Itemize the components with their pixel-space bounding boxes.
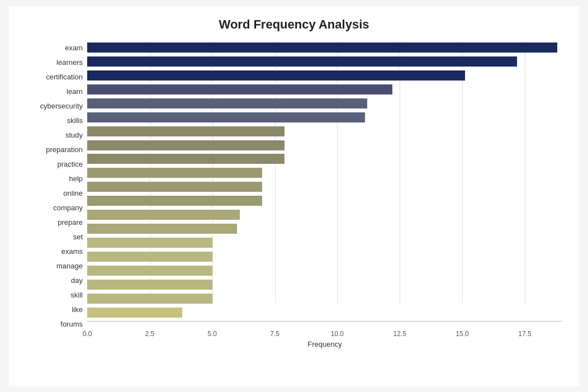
bar-row [87, 222, 562, 235]
bar [87, 182, 262, 192]
bar [87, 252, 212, 262]
y-label: practice [57, 158, 83, 171]
x-axis: 0.02.55.07.510.012.515.017.5 [87, 321, 562, 338]
chart-title: Word Frequency Analysis [26, 17, 562, 32]
x-tick: 17.5 [518, 330, 531, 338]
y-label: manage [56, 259, 83, 273]
bar-row [87, 306, 562, 319]
x-axis-label: Frequency [87, 340, 562, 348]
bar [87, 84, 392, 95]
bar-row [87, 69, 562, 82]
bar-row [87, 236, 562, 249]
bar [87, 168, 262, 178]
y-label: help [69, 172, 83, 186]
y-label: day [71, 274, 83, 287]
bar [87, 196, 262, 206]
bar [87, 294, 212, 304]
y-label: prepare [58, 216, 83, 229]
bar [87, 112, 365, 122]
bar [87, 266, 212, 276]
bar-row [87, 111, 562, 124]
y-label: set [73, 230, 83, 244]
bar-row [87, 55, 562, 68]
bar-row [87, 125, 562, 138]
y-label: online [63, 187, 83, 200]
y-label: learners [56, 56, 83, 69]
bar-row [87, 180, 562, 193]
bar-row [87, 83, 562, 96]
y-label: skill [70, 289, 83, 302]
y-label: forums [60, 318, 83, 331]
bar-row [87, 194, 562, 207]
bar [87, 280, 212, 290]
y-label: company [53, 201, 83, 215]
y-label: study [65, 129, 83, 142]
bar [87, 42, 557, 53]
bar [87, 126, 284, 136]
x-tick: 5.0 [207, 330, 217, 338]
bar-row [87, 264, 562, 277]
x-tick: 12.5 [393, 330, 406, 338]
bar-row [87, 278, 562, 291]
chart-area: examlearnerscertificationlearncybersecur… [26, 41, 562, 348]
bar [87, 56, 517, 67]
bar [87, 98, 367, 108]
bar-row [87, 97, 562, 110]
x-tick: 7.5 [270, 330, 279, 338]
bar-row [87, 41, 562, 54]
x-tick: 15.0 [456, 330, 468, 338]
chart-container: Word Frequency Analysis examlearnerscert… [9, 6, 579, 386]
bar [87, 154, 284, 164]
bar-row [87, 208, 562, 221]
bar [87, 210, 240, 220]
plot-area: 0.02.55.07.510.012.515.017.5 Frequency [87, 41, 562, 348]
bar [87, 70, 465, 81]
y-axis: examlearnerscertificationlearncybersecur… [26, 41, 87, 348]
y-label: exams [61, 245, 83, 258]
x-tick: 10.0 [331, 330, 344, 338]
y-label: like [72, 303, 83, 317]
x-axis-line [87, 321, 562, 322]
bar [87, 238, 212, 248]
bar-row [87, 152, 562, 166]
bar-row [87, 166, 562, 180]
y-label: exam [65, 41, 83, 55]
x-tick: 2.5 [145, 330, 154, 338]
bar [87, 308, 182, 318]
bar [87, 140, 284, 150]
y-label: certification [46, 70, 83, 84]
bar [87, 224, 237, 234]
bar-row [87, 250, 562, 263]
bars-area [87, 41, 562, 320]
bar-row [87, 292, 562, 305]
x-tick: 0.0 [83, 330, 92, 338]
y-label: learn [67, 85, 83, 98]
y-label: cybersecurity [40, 100, 83, 113]
bar-row [87, 139, 562, 152]
y-label: skills [67, 114, 83, 127]
y-label: preparation [46, 143, 83, 157]
